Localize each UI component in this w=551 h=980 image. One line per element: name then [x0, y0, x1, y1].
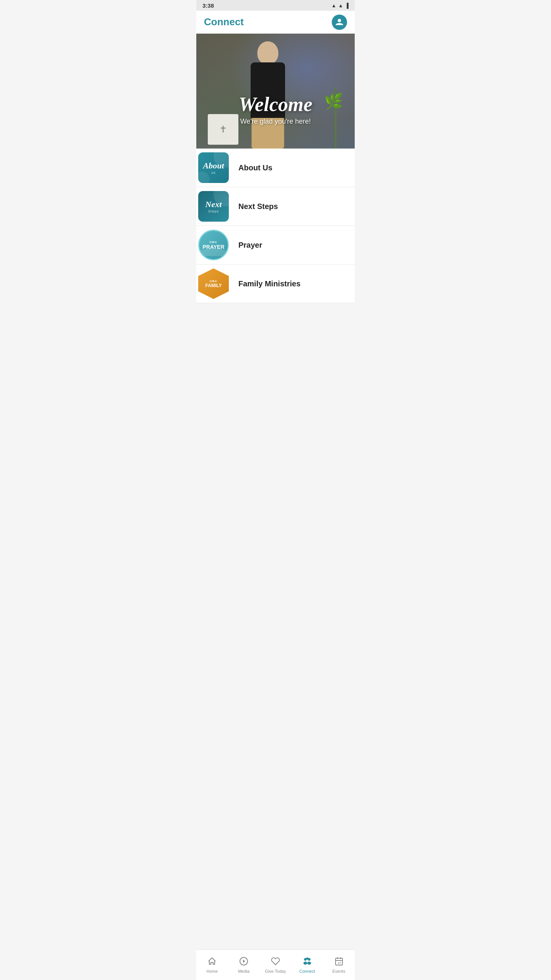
about-icon-text: About: [203, 161, 224, 171]
family-icon-top: OBC: [210, 279, 218, 283]
content-area: About us About Us Next Steps Next Steps …: [196, 149, 355, 353]
cross-icon: ✝: [219, 124, 227, 135]
hero-person-figure: [230, 34, 306, 149]
page-title: Connect: [204, 16, 244, 28]
menu-item-about-us[interactable]: About us About Us: [196, 149, 355, 187]
header: Connect: [196, 11, 355, 34]
signal-icon: ▲: [338, 3, 343, 8]
hero-subtitle-text: We're glad you're here!: [196, 118, 355, 126]
user-avatar-button[interactable]: [332, 15, 347, 30]
wifi-icon: ▲: [331, 3, 336, 8]
family-icon-main: FAMILY: [205, 283, 222, 288]
prayer-label: Prayer: [231, 241, 270, 250]
prayer-icon-top: OBC: [210, 240, 218, 244]
prayer-icon: OBC PRAYER: [198, 230, 229, 260]
battery-icon: ▐: [345, 3, 349, 8]
next-icon-text: Next: [205, 199, 222, 209]
menu-item-next-steps[interactable]: Next Steps Next Steps: [196, 187, 355, 226]
menu-item-prayer[interactable]: OBC PRAYER Prayer: [196, 226, 355, 265]
next-steps-label: Next Steps: [231, 202, 285, 211]
family-ministries-label: Family Ministries: [231, 279, 308, 288]
about-icon-sub: us: [211, 171, 216, 175]
next-steps-icon-container: Next Steps: [196, 187, 231, 225]
about-us-label: About Us: [231, 163, 280, 172]
status-bar: 3:38 ▲ ▲ ▐: [196, 0, 355, 11]
prayer-icon-main: PRAYER: [202, 244, 224, 250]
family-icon-container: OBC FAMILY: [196, 265, 231, 303]
menu-item-family-ministries[interactable]: OBC FAMILY Family Ministries: [196, 265, 355, 303]
next-icon-sub: Steps: [208, 209, 219, 213]
hero-text-container: Welcome We're glad you're here!: [196, 95, 355, 126]
menu-list: About us About Us Next Steps Next Steps …: [196, 149, 355, 303]
hero-welcome-text: Welcome: [196, 95, 355, 114]
status-time: 3:38: [202, 2, 214, 9]
family-icon: OBC FAMILY: [198, 268, 229, 299]
svg-point-0: [338, 19, 341, 22]
about-us-icon-container: About us: [196, 149, 231, 187]
person-head: [258, 41, 279, 64]
family-icon-inner: OBC FAMILY: [205, 268, 222, 299]
about-us-icon: About us: [198, 152, 229, 183]
next-steps-icon: Next Steps: [198, 191, 229, 222]
status-icons: ▲ ▲ ▐: [331, 3, 349, 8]
prayer-icon-container: OBC PRAYER: [196, 226, 231, 264]
hero-banner: ✝ 🌿 Welcome We're glad you're here!: [196, 34, 355, 149]
